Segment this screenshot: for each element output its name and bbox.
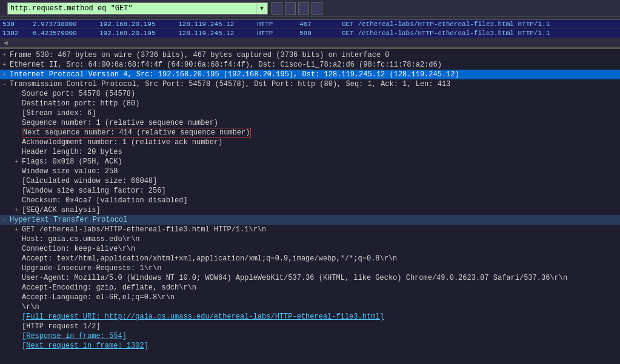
packet-cell: 192.168.20.195 (97, 30, 176, 37)
tree-text: Acknowledgment number: 1 (relative ack n… (22, 137, 222, 147)
tree-line[interactable]: Next sequence number: 414 (relative sequ… (0, 128, 620, 137)
packet-row[interactable]: 5302.973738000192.168.20.195128.119.245.… (0, 20, 620, 29)
tree-line[interactable]: [Next request in frame: 1302] (0, 341, 620, 351)
tree-line[interactable]: [Window size scaling factor: 256] (0, 186, 620, 196)
tree-text: [HTTP request 1/2] (22, 322, 101, 331)
tree-line[interactable]: Transmission Control Protocol, Src Port:… (0, 79, 620, 89)
tree-text: Connection: keep-alive\r\n (22, 244, 135, 254)
packet-cell: 6.423579000 (30, 30, 97, 37)
tree-line[interactable]: [SEQ/ACK analysis] (0, 205, 620, 215)
tree-text: Accept: text/html,application/xhtml+xml,… (22, 254, 397, 263)
expand-plus-icon[interactable] (2, 70, 8, 79)
tree-text: Accept-Language: el-GR,el;q=0.8\r\n (22, 293, 175, 302)
tree-line[interactable]: Accept: text/html,application/xhtml+xml,… (0, 254, 620, 263)
tree-text: Window size value: 258 (22, 167, 118, 176)
filter-actions (272, 2, 322, 15)
expand-plus-icon[interactable] (2, 50, 8, 60)
tree-line[interactable]: Accept-Language: el-GR,el;q=0.8\r\n (0, 293, 620, 302)
tree-line[interactable]: Window size value: 258 (0, 167, 620, 176)
tree-text: Header length: 20 bytes (22, 147, 122, 157)
tree-line[interactable]: Checksum: 0x4ca7 [validation disabled] (0, 196, 620, 205)
tree-line[interactable]: Host: gaia.cs.umass.edu\r\n (0, 234, 620, 244)
tree-text[interactable]: [Next request in frame: 1302] (22, 341, 148, 351)
tree-text[interactable]: [Response in frame: 554] (22, 331, 127, 341)
tree-text: Destination port: http (80) (22, 99, 139, 108)
boxed-value: Next sequence number: 414 (relative sequ… (22, 128, 251, 137)
expand-plus-icon[interactable] (2, 60, 8, 70)
tree-text: Frame 530: 467 bytes on wire (3736 bits)… (10, 50, 390, 60)
packet-cell: 128.119.245.12 (176, 30, 255, 37)
tree-text: Checksum: 0x4ca7 [validation disabled] (22, 196, 188, 205)
tree-text: [Stream index: 6] (22, 108, 96, 118)
tree-text: Ethernet II, Src: 64:00:6a:68:f4:4f (64:… (10, 60, 442, 70)
tree-text: Accept-Encoding: gzip, deflate, sdch\r\n (22, 283, 196, 293)
packet-cell: 467 (297, 21, 339, 28)
tree-text: GET /ethereal-labs/HTTP-ethereal-file3.h… (22, 225, 266, 234)
tree-text[interactable]: [Full request URI: http://gaia.cs.umass.… (22, 312, 384, 322)
filter-bar: ▼ (0, 0, 620, 17)
tree-line[interactable]: Flags: 0x018 (PSH, ACK) (0, 157, 620, 167)
tree-text: Transmission Control Protocol, Src Port:… (10, 79, 450, 89)
tree-line[interactable]: Sequence number: 1 (relative sequence nu… (0, 118, 620, 128)
tree-line[interactable]: Ethernet II, Src: 64:00:6a:68:f4:4f (64:… (0, 60, 620, 70)
tree-line[interactable]: [Full request URI: http://gaia.cs.umass.… (0, 312, 620, 322)
packet-list: 5302.973738000192.168.20.195128.119.245.… (0, 20, 620, 38)
filter-dropdown-button[interactable]: ▼ (256, 3, 267, 14)
tree-line[interactable]: Source port: 54578 (54578) (0, 89, 620, 99)
packet-cell: 192.168.20.195 (97, 21, 176, 28)
tree-text: Sequence number: 1 (relative sequence nu… (22, 118, 218, 128)
tree-text: Internet Protocol Version 4, Src: 192.16… (10, 70, 459, 79)
expand-minus-icon[interactable] (2, 79, 8, 89)
filter-input[interactable] (8, 4, 256, 13)
packet-cell: 530 (0, 21, 30, 28)
packet-cell: 580 (297, 30, 339, 37)
tree-line[interactable]: GET /ethereal-labs/HTTP-ethereal-file3.h… (0, 225, 620, 234)
tree-text: [SEQ/ACK analysis] (22, 205, 101, 215)
packet-cell: 2.973738000 (30, 21, 97, 28)
tree-line[interactable]: Connection: keep-alive\r\n (0, 244, 620, 254)
filter-input-wrap: ▼ (7, 2, 268, 15)
tree-line[interactable]: [HTTP request 1/2] (0, 322, 620, 331)
packet-cell: HTTP (255, 21, 297, 28)
clear-button[interactable] (285, 2, 296, 15)
tree-text: [Calculated window size: 66048] (22, 176, 157, 186)
tree-text: Flags: 0x018 (PSH, ACK) (22, 157, 122, 167)
packet-cell: GET /ethereal-labs/HTTP-ethereal-file3.h… (339, 30, 620, 37)
packet-cell: 1302 (0, 30, 30, 37)
tree-text: Upgrade-Insecure-Requests: 1\r\n (22, 263, 161, 273)
expand-plus-icon[interactable] (15, 205, 21, 215)
tree-line[interactable]: User-Agent: Mozilla/5.0 (Windows NT 10.0… (0, 273, 620, 283)
tree-line[interactable]: Accept-Encoding: gzip, deflate, sdch\r\n (0, 283, 620, 293)
detail-pane: Frame 530: 467 bytes on wire (3736 bits)… (0, 48, 620, 352)
tree-text: [Window size scaling factor: 256] (22, 186, 166, 196)
tree-line[interactable]: \r\n (0, 302, 620, 312)
tree-line[interactable]: [Stream index: 6] (0, 108, 620, 118)
packet-cell: HTTP (255, 30, 297, 37)
tree-text: Host: gaia.cs.umass.edu\r\n (22, 234, 139, 244)
tree-line[interactable]: Destination port: http (80) (0, 99, 620, 108)
tree-line[interactable]: Header length: 20 bytes (0, 147, 620, 157)
expand-minus-icon[interactable] (2, 215, 8, 225)
tree-text: Hypertext Transfer Protocol (10, 215, 127, 225)
packet-row[interactable]: 13026.423579000192.168.20.195128.119.245… (0, 29, 620, 38)
tree-text: Source port: 54578 (54578) (22, 89, 135, 99)
packet-cell: GET /ethereal-labs/HTTP-ethereal-file3.h… (339, 21, 620, 28)
tree-text: \r\n (22, 302, 39, 312)
tree-line[interactable]: [Response in frame: 554] (0, 331, 620, 341)
tree-text: Next sequence number: 414 (relative sequ… (22, 128, 251, 137)
tree-line[interactable]: Frame 530: 467 bytes on wire (3736 bits)… (0, 50, 620, 60)
detail-tree: Frame 530: 467 bytes on wire (3736 bits)… (0, 49, 620, 352)
packet-cell: 128.119.245.12 (176, 21, 255, 28)
expand-plus-icon[interactable] (15, 225, 21, 234)
tree-line[interactable]: [Calculated window size: 66048] (0, 176, 620, 186)
tree-line[interactable]: Acknowledgment number: 1 (relative ack n… (0, 137, 620, 147)
tree-text: User-Agent: Mozilla/5.0 (Windows NT 10.0… (22, 273, 567, 283)
tree-line[interactable]: Internet Protocol Version 4, Src: 192.16… (0, 70, 620, 79)
expand-plus-icon[interactable] (15, 157, 21, 167)
apply-button[interactable] (298, 2, 309, 15)
tree-line[interactable]: Upgrade-Insecure-Requests: 1\r\n (0, 263, 620, 273)
tree-line[interactable]: Hypertext Transfer Protocol (0, 215, 620, 225)
expression-button[interactable] (272, 2, 282, 15)
save-button[interactable] (312, 2, 322, 15)
scroll-left-indicator[interactable]: ◀ (0, 38, 620, 48)
